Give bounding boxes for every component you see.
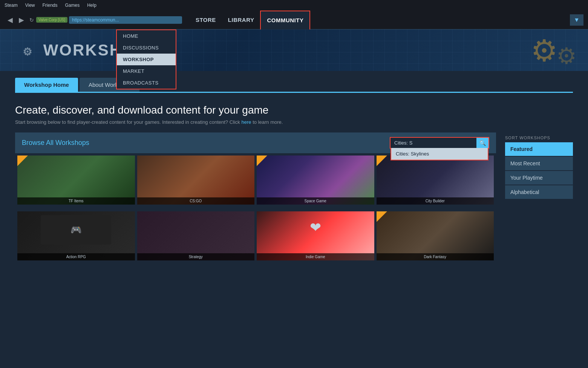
notifications-button[interactable]: ▼ bbox=[570, 14, 583, 26]
search-box-container: 🔍 Cities: Skylines bbox=[390, 137, 489, 149]
search-button[interactable]: 🔍 bbox=[476, 138, 488, 148]
nav-community[interactable]: COMMUNITY bbox=[260, 11, 310, 29]
dropdown-market[interactable]: MARKET bbox=[117, 65, 176, 77]
game-grid-row2: 🎮 Action RPG Strategy ❤ Indie Game Dark … bbox=[15, 209, 496, 263]
browse-title: Browse All Workshops bbox=[22, 139, 89, 147]
main-nav-links: STORE LIBRARY COMMUNITY bbox=[190, 11, 311, 29]
game-card-label-5: Action RPG bbox=[17, 253, 135, 260]
hero-text-section: Create, discover, and download content f… bbox=[15, 104, 573, 125]
tab-workshop-home[interactable]: Workshop Home bbox=[15, 78, 78, 92]
corner-badge-8 bbox=[377, 211, 387, 222]
game-card-label-2: CS:GO bbox=[137, 197, 255, 205]
menu-friends[interactable]: Friends bbox=[42, 3, 57, 8]
refresh-button[interactable]: ↻ bbox=[27, 17, 36, 23]
main-content: Workshop Home About Workshop Create, dis… bbox=[0, 78, 588, 263]
workshop-icon: ⚙ bbox=[23, 46, 33, 58]
sort-featured[interactable]: Featured bbox=[505, 142, 573, 156]
sort-most-recent[interactable]: Most Recent bbox=[505, 157, 573, 170]
autocomplete-dropdown: Cities: Skylines bbox=[390, 148, 488, 160]
autocomplete-item[interactable]: Cities: Skylines bbox=[391, 148, 488, 160]
game-card-label-4: City Builder bbox=[377, 197, 494, 205]
gear-icon-large: ⚙ bbox=[531, 33, 558, 68]
dropdown-home[interactable]: HOME bbox=[117, 30, 176, 42]
forward-button[interactable]: ▶ bbox=[16, 16, 27, 24]
menu-help[interactable]: Help bbox=[87, 3, 96, 8]
game-card-label-3: Space Game bbox=[257, 197, 374, 205]
main-heading: Create, discover, and download content f… bbox=[15, 104, 573, 116]
game-card-label-6: Strategy bbox=[137, 253, 255, 260]
url-bar[interactable]: https://steamcommun... bbox=[69, 16, 182, 24]
game-card-4[interactable]: City Builder bbox=[377, 156, 494, 205]
browse-header: Browse All Workshops 🔍 Cities: Skylines bbox=[15, 132, 496, 153]
back-button[interactable]: ◀ bbox=[5, 16, 16, 24]
security-badge: Valve Corp [US] bbox=[36, 17, 67, 23]
game-card-8[interactable]: Dark Fantasy bbox=[377, 211, 494, 260]
browse-highlight: All Workshops bbox=[46, 139, 89, 146]
game-card-label-8: Dark Fantasy bbox=[377, 253, 494, 260]
nav-store[interactable]: STORE bbox=[190, 11, 222, 29]
game-card-5[interactable]: 🎮 Action RPG bbox=[17, 211, 135, 260]
sort-workshops-label: SORT WORKSHOPS bbox=[505, 132, 573, 142]
top-menu-bar: Steam View Friends Games Help bbox=[0, 0, 588, 11]
dropdown-discussions[interactable]: DISCUSSIONS bbox=[117, 42, 176, 54]
tabs-bar: Workshop Home About Workshop bbox=[15, 78, 573, 93]
dropdown-broadcasts[interactable]: BROADCASTS bbox=[117, 77, 176, 89]
corner-badge-3 bbox=[257, 156, 267, 166]
community-dropdown: HOME DISCUSSIONS WORKSHOP MARKET BROADCA… bbox=[116, 29, 176, 89]
menu-view[interactable]: View bbox=[25, 3, 35, 8]
sort-alphabetical[interactable]: Alphabetical bbox=[505, 185, 573, 199]
browse-main: Browse All Workshops 🔍 Cities: Skylines bbox=[15, 132, 496, 263]
browse-section: Browse All Workshops 🔍 Cities: Skylines bbox=[15, 132, 573, 263]
game-card-label-7: Indie Game bbox=[257, 253, 374, 260]
learn-more-link[interactable]: here bbox=[242, 119, 251, 125]
sub-text: Start browsing below to find player-crea… bbox=[15, 119, 573, 125]
game-card-6[interactable]: Strategy bbox=[137, 211, 255, 260]
game-card-7[interactable]: ❤ Indie Game bbox=[257, 211, 374, 260]
corner-badge-1 bbox=[17, 156, 28, 166]
nav-bar: ◀ ▶ ↻ Valve Corp [US] https://steamcommu… bbox=[0, 11, 588, 29]
game-card-3[interactable]: Space Game bbox=[257, 156, 374, 205]
sort-your-playtime[interactable]: Your Playtime bbox=[505, 171, 573, 185]
menu-games[interactable]: Games bbox=[65, 3, 80, 8]
nav-library[interactable]: LIBRARY bbox=[222, 11, 260, 29]
game-grid-row1: TF Items CS:GO Space Game City Builder bbox=[15, 153, 496, 207]
game-card-1[interactable]: TF Items bbox=[17, 156, 135, 205]
game-card-2[interactable]: CS:GO bbox=[137, 156, 255, 205]
corner-badge-4 bbox=[377, 156, 387, 166]
sort-sidebar: SORT WORKSHOPS Featured Most Recent Your… bbox=[505, 132, 573, 263]
search-input-wrapper: 🔍 Cities: Skylines bbox=[390, 137, 489, 149]
dropdown-workshop[interactable]: WORKSHOP bbox=[117, 54, 176, 65]
gear-icon-small: ⚙ bbox=[556, 43, 577, 69]
hero-banner: ⚙ WORKSHOP ⚙ ⚙ bbox=[0, 29, 588, 71]
search-input[interactable] bbox=[390, 138, 488, 148]
menu-steam[interactable]: Steam bbox=[5, 3, 18, 8]
game-card-label-1: TF Items bbox=[17, 197, 135, 205]
